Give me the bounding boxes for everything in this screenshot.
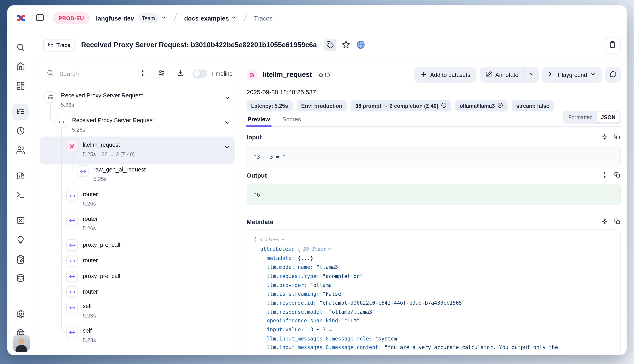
sidebar-toggle-button[interactable]: [34, 12, 46, 24]
rail-item-users[interactable]: [12, 142, 29, 159]
public-share-button[interactable]: [355, 40, 366, 50]
rail-item-playground[interactable]: [12, 187, 29, 204]
rail-item-annotation[interactable]: [12, 252, 29, 268]
tree-connector: [61, 241, 66, 245]
json-line: {3 Items: [254, 235, 614, 244]
copy-id-button[interactable]: ID: [317, 71, 330, 78]
annotate-dropdown-button[interactable]: [525, 67, 539, 83]
tree-node-label[interactable]: proxy_pre_call: [83, 272, 120, 279]
info-icon: [441, 102, 447, 109]
plus-icon: [420, 71, 427, 79]
comment-button[interactable]: [605, 67, 621, 83]
tag-button[interactable]: [324, 39, 336, 52]
add-to-datasets-button[interactable]: Add to datasets: [414, 67, 476, 83]
project-name[interactable]: docs-examples: [184, 14, 229, 22]
rail-item-prompts[interactable]: [12, 168, 29, 184]
observation-title: litellm_request: [263, 71, 312, 79]
tree-node-label[interactable]: Received Proxy Server Request: [72, 117, 154, 123]
user-avatar[interactable]: [13, 335, 30, 352]
tree-node-collapse-chevron[interactable]: [224, 119, 231, 126]
collapse-metadata-button[interactable]: [601, 218, 608, 225]
collapse-input-button[interactable]: [601, 134, 608, 140]
tree-node-label[interactable]: router: [83, 257, 98, 264]
output-section-header: Output: [247, 172, 621, 179]
chevron-down-icon: [529, 72, 534, 78]
fold-vertical-icon: [601, 134, 608, 141]
org-logo: [16, 12, 27, 24]
tree-node-label[interactable]: proxy_pre_call: [83, 241, 120, 248]
trace-title: Received Proxy Server Request: b3010b422…: [81, 41, 317, 49]
span-type-icon: [45, 91, 56, 103]
json-line: attributes: {20 Items: [254, 244, 614, 254]
tree-node-collapse-chevron[interactable]: [224, 94, 231, 102]
org-switcher-chevron-icon[interactable]: [161, 14, 167, 22]
circle-plus-icon[interactable]: [497, 102, 503, 109]
trace-type-badge: Trace: [43, 39, 75, 52]
org-name[interactable]: langfuse-dev: [96, 14, 134, 22]
span-type-icon: [77, 165, 89, 177]
tree-connector: [61, 216, 66, 220]
rail-item-search[interactable]: [12, 40, 29, 56]
tree-node-label[interactable]: router: [83, 288, 98, 295]
tree-node-label[interactable]: router: [83, 191, 98, 197]
rail-item-insights[interactable]: [12, 232, 29, 249]
tree-node-label[interactable]: raw_gen_ai_request: [93, 166, 146, 173]
tree-node-subline: 5.23s: [83, 312, 96, 319]
users-icon: [16, 145, 25, 156]
tree-node-subline: 5.26s: [83, 225, 96, 232]
project-switcher-chevron-icon[interactable]: [230, 14, 237, 22]
collapse-output-button[interactable]: [601, 172, 608, 179]
tree-connector: [61, 288, 66, 292]
json-collapse-chevron[interactable]: [328, 246, 331, 252]
tree-node-subline: 5.23s: [83, 337, 96, 343]
rail-item-datasets[interactable]: [12, 271, 29, 287]
format-option-formatted[interactable]: Formatted: [564, 112, 597, 123]
side-rail: [7, 31, 34, 355]
breadcrumb-divider: [242, 12, 249, 25]
generation-type-icon: [66, 140, 78, 152]
terminal-icon: [548, 71, 555, 78]
copy-input-button[interactable]: [614, 134, 621, 140]
tree-connector: [61, 304, 66, 308]
delete-trace-button[interactable]: [604, 37, 621, 54]
copy-output-button[interactable]: [614, 172, 621, 179]
fold-vertical-icon: [601, 172, 608, 179]
metric-badge: 38 prompt → 2 completion (Σ 40): [351, 100, 451, 112]
input-section-header: Input: [247, 134, 621, 140]
annotate-button-group: Annotate: [480, 67, 539, 83]
json-collapse-chevron[interactable]: [281, 236, 285, 242]
json-line: llm.is_streaming: "False": [254, 290, 614, 298]
tree-node-label[interactable]: Received Proxy Server Request: [61, 92, 143, 99]
trace-title-bar: Trace Received Proxy Server Request: b30…: [7, 31, 627, 60]
metric-badge: Env: production: [297, 100, 347, 112]
tree-connector: [72, 152, 77, 172]
format-option-json[interactable]: JSON: [597, 112, 619, 123]
tree-node-label[interactable]: self: [83, 327, 92, 334]
rail-item-home[interactable]: [12, 58, 29, 75]
tree-connector: [61, 329, 66, 332]
breadcrumb-section[interactable]: Traces: [254, 14, 273, 22]
tab-preview[interactable]: Preview: [247, 116, 271, 126]
breadcrumb-divider: [172, 12, 179, 25]
trace-tree-panel: Timeline Received Proxy Server Request5.…: [34, 60, 238, 355]
rail-item-dashboards[interactable]: [12, 78, 29, 94]
bookmark-star-button[interactable]: [341, 40, 351, 50]
copy-metadata-button[interactable]: [614, 218, 621, 225]
rail-item-sessions[interactable]: [12, 123, 29, 140]
tree-node-collapse-chevron[interactable]: [224, 144, 231, 151]
desktop-background: PROD-EU langfuse-dev Team docs-examples …: [0, 0, 634, 364]
top-navigation-bar: PROD-EU langfuse-dev Team docs-examples …: [7, 5, 627, 31]
output-value: "6": [254, 192, 263, 198]
rail-item-settings[interactable]: [12, 306, 29, 323]
tree-node-label[interactable]: litellm_request: [83, 142, 120, 148]
annotate-button[interactable]: Annotate: [480, 67, 524, 83]
environment-badge: PROD-EU: [53, 12, 90, 24]
rail-item-evaluation[interactable]: [12, 212, 29, 229]
tree-connector: [61, 256, 66, 261]
tree-node-label[interactable]: self: [83, 302, 92, 309]
playground-button[interactable]: Playground: [542, 67, 602, 83]
tab-scores[interactable]: Scores: [282, 116, 302, 126]
copy-icon: [614, 134, 620, 141]
tree-node-label[interactable]: router: [83, 216, 98, 222]
rail-item-traces[interactable]: [12, 104, 29, 120]
